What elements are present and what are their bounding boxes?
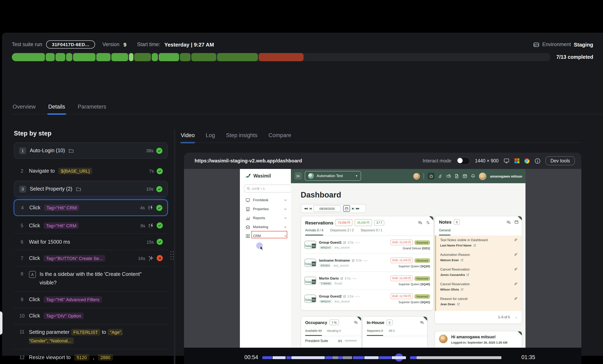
pin-icon[interactable] xyxy=(514,267,518,271)
nav-item-crm[interactable]: CRM xyxy=(240,232,291,240)
external-link-icon[interactable] xyxy=(473,244,476,247)
note-item[interactable]: Cancel Reservation Jones Cassandra xyxy=(440,267,519,277)
date-input[interactable]: 09/26/2025 xyxy=(313,205,341,212)
reservation-row[interactable]: Today09/27 Group Guest2 ETA: --:-- MINZA… xyxy=(304,290,430,307)
rewind-icon[interactable]: ◀◀ xyxy=(304,207,307,210)
external-link-icon[interactable] xyxy=(461,288,464,291)
pin-icon[interactable] xyxy=(514,238,518,242)
pin-icon[interactable] xyxy=(514,282,518,286)
room-type-row[interactable]: President Suite 0/1 xyxy=(305,339,357,343)
search-list-icon[interactable] xyxy=(506,220,511,224)
interact-mode-toggle[interactable] xyxy=(456,157,470,165)
nav-item-marketing[interactable]: Marketing xyxy=(240,223,291,231)
fast-forward-icon[interactable]: ▶▶ xyxy=(356,207,359,210)
external-link-icon[interactable] xyxy=(340,277,343,280)
step-row-2[interactable]: 2 Navigate to ${BASE_URL} 7s xyxy=(14,163,168,179)
home-button[interactable] xyxy=(428,173,434,179)
guest-name[interactable]: Group Guest1 xyxy=(319,240,342,245)
next-day-icon[interactable]: ▶| xyxy=(352,207,354,210)
tab-details[interactable]: Details xyxy=(47,102,66,114)
tab-video[interactable]: Video xyxy=(180,130,195,140)
app-search-input[interactable]: ctrl/⌘ + k xyxy=(244,185,292,193)
tab-stayovers[interactable]: Stayovers 0 / 1 xyxy=(361,229,383,235)
external-link-icon[interactable] xyxy=(466,273,469,276)
pin-icon[interactable] xyxy=(514,297,518,300)
steps-scrollbar[interactable] xyxy=(174,129,175,364)
page-url[interactable]: https://wasimil-staging-v2.web.app/dashb… xyxy=(195,158,302,164)
step-row-4-selected[interactable]: 4 Click Tag="H6" CRM 4s xyxy=(14,200,168,216)
step-row-7[interactable]: 7 Click Tag="BUTTON" Create Se... 16s xyxy=(14,250,168,267)
step-row-11[interactable]: 11 Setting parameter FILTERLIST to "Age"… xyxy=(14,324,168,349)
video-frame[interactable]: Wasimil ctrl/⌘ + k Frontdesk xyxy=(184,169,581,348)
edge-drawer-handle[interactable] xyxy=(0,311,2,335)
sort-icon[interactable] xyxy=(426,220,430,225)
note-item[interactable]: Automation Reason Watson Evan xyxy=(440,253,519,262)
chrome-icon[interactable] xyxy=(524,158,530,164)
tab-inhouse-all[interactable]: All 0 xyxy=(389,329,394,336)
step-row-6[interactable]: 6 Wait for 15000 ms 15s xyxy=(14,234,168,250)
replay-actions-icon[interactable] xyxy=(148,205,153,211)
file-plus-icon[interactable] xyxy=(454,174,459,178)
tab-overview[interactable]: Overview xyxy=(12,102,36,114)
tab-general[interactable]: General xyxy=(439,229,451,235)
search-list-icon[interactable] xyxy=(354,320,358,324)
calendar-plus-icon[interactable] xyxy=(463,174,467,178)
run-progress-bar[interactable] xyxy=(12,53,550,61)
guest-name[interactable]: Martin Dario xyxy=(319,276,339,280)
ai-sparkle-icon[interactable] xyxy=(148,255,154,261)
step-row-1[interactable]: 1 Auto-Login (10) 38s xyxy=(14,142,168,159)
nav-item-properties[interactable]: Properties xyxy=(240,205,291,213)
search-list-icon[interactable] xyxy=(418,220,422,225)
workspace-dropdown[interactable]: Automation Test ▼ xyxy=(305,171,361,181)
step-row-3[interactable]: 3 Select Property (2) 10s xyxy=(14,181,168,197)
bell-icon[interactable] xyxy=(471,174,475,178)
player-timeline[interactable] xyxy=(262,356,501,359)
tab-departures[interactable]: Departures 2 / 2 xyxy=(330,229,354,235)
note-item[interactable]: Test Notes visible in Dashboard Last Nam… xyxy=(440,238,519,247)
guest-name[interactable]: lastname firstname xyxy=(319,258,350,262)
external-link-icon[interactable] xyxy=(343,241,346,244)
reservation-row[interactable]: Today09/27 lastname firstname ETA: --:--… xyxy=(304,254,430,272)
calendar-button[interactable] xyxy=(343,205,350,212)
tab-parameters[interactable]: Parameters xyxy=(77,102,107,114)
guest-name[interactable]: Group Guest2 xyxy=(319,294,342,298)
note-item[interactable]: Reason for cancel Jean Dean xyxy=(440,297,519,306)
nav-item-frontdesk[interactable]: Frontdesk xyxy=(240,196,291,204)
collapse-sidebar-button[interactable] xyxy=(295,172,302,179)
tab-inhouse-stayovers[interactable]: Stayovers 0 xyxy=(367,329,383,336)
avatar[interactable] xyxy=(413,173,420,179)
step-row-5[interactable]: 5 Click Tag="H6" CRM 8s xyxy=(14,218,168,234)
monitor-icon[interactable] xyxy=(503,158,510,164)
reservation-row[interactable]: Today09/27 Group Guest1 ETA: --:-- MINZA… xyxy=(304,236,430,254)
step-row-9[interactable]: 9 Click Tag="H6" Advanced Filters xyxy=(14,292,168,308)
housekeeping-icon[interactable] xyxy=(438,174,443,178)
tab-arrivals[interactable]: Arrivals 0 / 4 xyxy=(305,229,323,235)
panel-resize-handle[interactable] xyxy=(171,251,174,260)
external-link-icon[interactable] xyxy=(343,295,346,298)
external-link-icon[interactable] xyxy=(351,259,354,262)
run-id-badge[interactable]: 31F0417D-6ED... xyxy=(46,40,95,48)
nav-item-reports[interactable]: Reports xyxy=(240,214,291,222)
mailbox-icon[interactable] xyxy=(446,174,451,178)
external-link-icon[interactable] xyxy=(457,303,460,306)
step-row-8[interactable]: 8 A Is the a sidebar with the title 'Cre… xyxy=(14,267,168,292)
tab-step-insights[interactable]: Step insights xyxy=(226,130,258,140)
user-avatar[interactable] xyxy=(479,172,486,180)
pin-icon[interactable] xyxy=(514,253,518,256)
step-row-10[interactable]: 10 Click Tag="DIV" Option xyxy=(14,308,168,324)
windows-icon[interactable] xyxy=(514,158,519,163)
step-row-12[interactable]: 12 Resize viewport to 5120 , 2880 xyxy=(14,349,168,364)
search-list-icon[interactable] xyxy=(420,320,424,324)
note-item[interactable]: Cancel Reservation Wilson Olivia xyxy=(440,282,519,291)
dev-tools-button[interactable]: Dev tools xyxy=(545,156,575,165)
tab-available[interactable]: Available 60 xyxy=(305,329,322,336)
tab-vacating[interactable]: Vacating 0 xyxy=(327,329,341,336)
external-link-icon[interactable] xyxy=(460,259,463,262)
info-icon[interactable] xyxy=(534,158,541,164)
previous-day-icon[interactable]: |◀ xyxy=(309,207,311,210)
reservation-row[interactable]: Today09/27 Martin Dario ETA: --:-- T29M3… xyxy=(304,272,430,290)
calendar-icon[interactable] xyxy=(514,220,519,224)
next-page-icon[interactable]: › xyxy=(515,315,517,319)
tab-log[interactable]: Log xyxy=(205,130,215,140)
tab-compare[interactable]: Compare xyxy=(268,130,291,140)
